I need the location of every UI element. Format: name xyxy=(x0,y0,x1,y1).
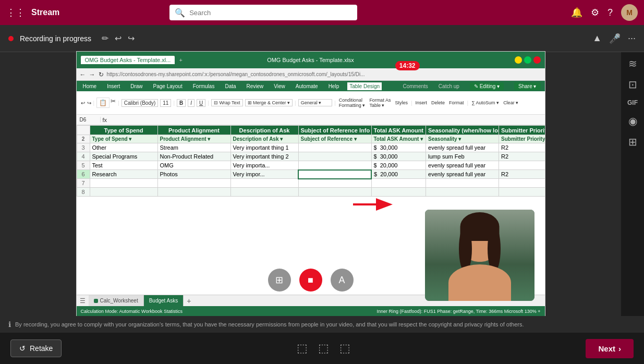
cell-product-5[interactable]: OMG xyxy=(157,161,230,170)
tab-formulas[interactable]: Formulas xyxy=(191,82,217,90)
tab-automate[interactable]: Automate xyxy=(294,82,320,90)
cell-product-6[interactable]: Photos xyxy=(157,170,230,179)
number-format[interactable]: General ▾ xyxy=(298,99,333,106)
delete-btn[interactable]: Delete xyxy=(430,100,446,106)
insert-btn[interactable]: Insert xyxy=(415,100,429,106)
close-button[interactable] xyxy=(533,56,541,64)
catch-up-btn[interactable]: Catch up xyxy=(439,83,459,89)
cell-amount-4[interactable]: $ 30,000 xyxy=(371,152,426,161)
cut-btn[interactable]: ✂ xyxy=(111,98,116,108)
underline-btn[interactable]: U xyxy=(197,99,205,107)
cell-season-4[interactable]: lump sum Feb xyxy=(426,152,499,161)
text-button[interactable]: A xyxy=(331,269,354,292)
screen-icon-2[interactable]: ⬚ xyxy=(318,342,329,355)
autosum-btn[interactable]: ∑ AutoSum ▾ xyxy=(470,100,500,106)
cell-subject-6[interactable] xyxy=(298,170,371,179)
sidebar-icon-2[interactable]: ⊡ xyxy=(628,78,637,91)
cell-priority-3[interactable]: R2 xyxy=(499,143,545,152)
cell-type-5[interactable]: Test xyxy=(90,161,157,170)
cell-type-6[interactable]: Research xyxy=(90,170,157,179)
sidebar-icon-globe[interactable]: ◉ xyxy=(628,115,637,127)
cell-desc-3[interactable]: Very important thing 1 xyxy=(230,143,298,152)
minimize-button[interactable] xyxy=(515,56,522,64)
screen-icon-1[interactable]: ⬚ xyxy=(297,342,308,355)
comments-btn[interactable]: Comments xyxy=(403,83,428,89)
redo-btn[interactable]: ↪ xyxy=(87,100,91,106)
cell-priority-6[interactable]: R2 xyxy=(499,170,545,179)
tab-draw[interactable]: Draw xyxy=(128,82,144,90)
avatar[interactable]: M xyxy=(621,4,638,21)
col-header-amount[interactable]: Total ASK Amount xyxy=(371,126,426,135)
share-btn[interactable]: Share ▾ xyxy=(514,82,540,90)
sheet-menu-icon[interactable]: ☰ xyxy=(77,297,89,305)
mic-icon[interactable]: 🎤 xyxy=(609,33,621,44)
screen-icon-3[interactable]: ⬚ xyxy=(339,342,350,355)
tab-insert[interactable]: Insert xyxy=(105,82,122,90)
grid-icon[interactable]: ⋮⋮ xyxy=(6,7,25,18)
cell-priority-5[interactable] xyxy=(499,161,545,170)
col-header-type[interactable]: Type of Spend xyxy=(90,126,157,135)
font-selector[interactable]: Calibri (Body) xyxy=(121,99,159,107)
notification-icon[interactable]: 🔔 xyxy=(571,7,582,18)
cell-desc-5[interactable]: Very importa... xyxy=(230,161,298,170)
sidebar-icon-grid[interactable]: ⊞ xyxy=(628,136,637,148)
stop-button[interactable]: ■ xyxy=(299,269,322,292)
fill-btn[interactable]: Clear ▾ xyxy=(502,100,519,106)
next-button[interactable]: Next › xyxy=(586,339,634,358)
blur-button[interactable]: ⊞ xyxy=(268,269,291,292)
maximize-button[interactable] xyxy=(524,56,531,64)
col-header-subject[interactable]: Subject of Reference Info (email or othe… xyxy=(298,126,371,135)
undo-btn[interactable]: ↩ xyxy=(81,100,85,106)
sheet-tab-calc[interactable]: Calc_Worksheet xyxy=(89,295,144,306)
erase-icon[interactable]: ✏ xyxy=(102,33,108,43)
tab-view[interactable]: View xyxy=(272,82,287,90)
layout-icon[interactable]: ▲ xyxy=(592,33,602,44)
search-input[interactable] xyxy=(189,9,352,17)
tab-page-layout[interactable]: Page Layout xyxy=(151,82,185,90)
sidebar-icon-gif[interactable]: GIF xyxy=(627,99,638,106)
settings-icon[interactable]: ⚙ xyxy=(591,7,599,18)
cell-season-5[interactable]: evenly spread full year xyxy=(426,161,499,170)
cell-desc-4[interactable]: Very important thing 2 xyxy=(230,152,298,161)
font-size[interactable]: 11 xyxy=(160,99,171,107)
bold-btn[interactable]: B xyxy=(177,99,186,107)
col-header-priority[interactable]: Submitter Priority xyxy=(499,126,545,135)
tab-review[interactable]: Review xyxy=(245,82,266,90)
format-as-table-btn[interactable]: Format AsTable ▾ xyxy=(368,97,392,108)
cell-subject-4[interactable] xyxy=(298,152,371,161)
merge-center-btn[interactable]: ⊞ Merge & Center ▾ xyxy=(245,99,293,106)
excel-tab[interactable]: OMG Budget Asks - Template.xl... xyxy=(81,56,175,64)
url-bar[interactable]: https://contosodrones-my.sharepoint.com/… xyxy=(107,71,365,77)
sheet-tab-budget[interactable]: Budget Asks xyxy=(144,295,184,306)
cell-product-4[interactable]: Non-Product Related xyxy=(157,152,230,161)
cell-product-3[interactable]: Stream xyxy=(157,143,230,152)
redo-button[interactable]: ↪ xyxy=(128,33,135,43)
cell-season-6[interactable]: evenly spread full year xyxy=(426,170,499,179)
italic-btn[interactable]: I xyxy=(188,99,195,107)
cell-ref[interactable]: D6 xyxy=(80,117,101,123)
format-btn[interactable]: Format xyxy=(448,100,465,106)
undo-button[interactable]: ↩ xyxy=(115,33,121,43)
col-header-seasonality[interactable]: Seasonality (when/how long) xyxy=(426,126,499,135)
editing-btn[interactable]: ✎ Editing ▾ xyxy=(470,82,504,90)
tab-home[interactable]: Home xyxy=(81,82,99,90)
cell-priority-4[interactable]: R2 xyxy=(499,152,545,161)
cell-type-4[interactable]: Special Programs xyxy=(90,152,157,161)
cell-subject-5[interactable] xyxy=(298,161,371,170)
tab-help[interactable]: Help xyxy=(326,82,342,90)
sidebar-icon-1[interactable]: ≋ xyxy=(628,57,637,70)
add-sheet-btn[interactable]: + xyxy=(184,297,194,305)
col-header-product[interactable]: Product Alignment xyxy=(157,126,230,135)
more-icon[interactable]: ··· xyxy=(628,33,636,44)
search-bar[interactable]: 🔍 xyxy=(169,5,357,20)
cell-type-3[interactable]: Other xyxy=(90,143,157,152)
cell-styles-btn[interactable]: Styles xyxy=(394,100,409,106)
cell-amount-6[interactable]: $ 20,000 xyxy=(371,170,426,179)
cell-amount-3[interactable]: $ 30,000 xyxy=(371,143,426,152)
retake-button[interactable]: ↺ Retake xyxy=(10,339,62,357)
cell-desc-6[interactable]: Very impor... xyxy=(230,170,298,179)
cell-subject-3[interactable] xyxy=(298,143,371,152)
tab-data[interactable]: Data xyxy=(223,82,238,90)
wrap-text-btn[interactable]: ⊟ Wrap Text xyxy=(211,99,243,106)
col-header-desc[interactable]: Description of Ask xyxy=(230,126,298,135)
